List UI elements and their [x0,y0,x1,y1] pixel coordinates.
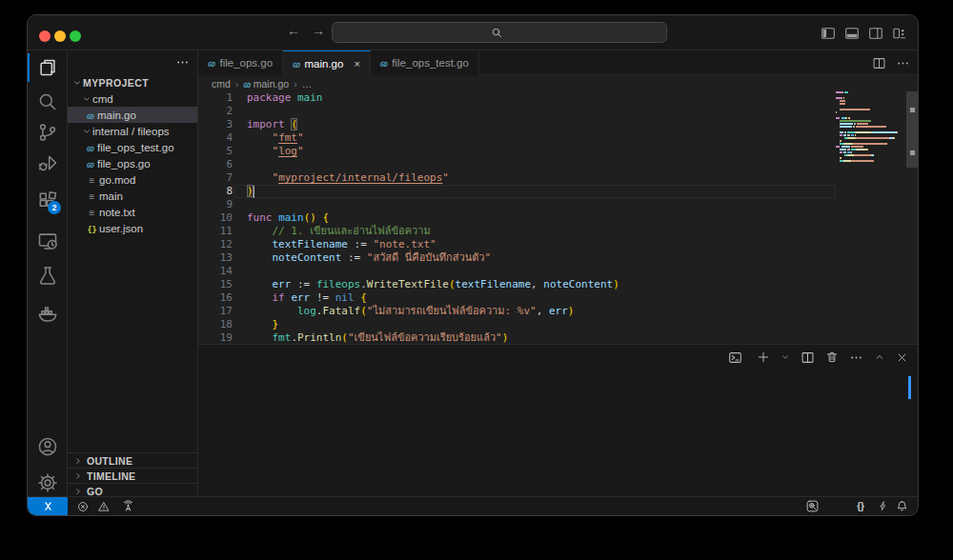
chevron-right-icon [73,487,83,496]
code-editor[interactable]: 12345678910111213141516171819 package ma… [198,91,919,344]
activity-run-debug-icon[interactable] [28,148,68,178]
toggle-secondary-sidebar-icon[interactable] [867,25,884,42]
sidebar-section-timeline[interactable]: TIMELINE [68,468,197,483]
file-tree: MYPROJECTcmdGOmain.gointernal / fileopsG… [68,74,197,236]
zoom-status-icon[interactable] [806,500,819,512]
problems-status[interactable] [77,501,112,512]
customize-layout-icon[interactable] [891,25,908,42]
tree-item-file-ops.go[interactable]: GOfile_ops.go [68,155,197,171]
breadcrumb[interactable]: cmd›GOmain.go›… [198,75,919,91]
activity-source-control-icon[interactable] [28,117,68,148]
broadcast-tower-icon [122,500,134,512]
minimap-line [836,126,902,128]
minimap-line [836,143,902,145]
code-line: func main() { [247,211,824,225]
minimap-line [836,111,902,113]
minimap-line [836,123,902,125]
split-terminal-icon[interactable] [801,350,815,365]
line-number: 7 [198,171,233,185]
editor-gutter[interactable]: 12345678910111213141516171819 [198,91,233,345]
code-line [247,265,824,278]
tree-folder-cmd[interactable]: cmd [68,90,197,107]
explorer-more-actions-icon[interactable] [175,55,190,70]
tree-item-main[interactable]: ≡main [68,188,197,204]
minimize-window-button[interactable] [54,30,66,42]
close-tab-icon[interactable]: × [354,58,359,70]
activity-docker-icon[interactable] [28,298,68,329]
line-number: 9 [198,198,233,211]
minimap-line [836,146,902,148]
activity-testing-icon[interactable] [28,260,68,290]
tree-item-label: main.go [97,110,136,121]
close-panel-icon[interactable] [896,351,908,364]
code-line [247,198,824,211]
sidebar-section-outline[interactable]: OUTLINE [68,452,197,468]
language-mode-status[interactable]: {} [857,501,867,511]
titlebar: ← → [28,15,918,50]
code-line: ) [247,185,824,198]
error-icon [77,501,89,512]
tree-item-main.go[interactable]: GOmain.go [68,107,197,123]
terminal-dropdown-icon[interactable] [781,352,790,362]
toggle-panel-icon[interactable] [843,25,861,42]
back-button[interactable]: ← [287,23,300,38]
tab-main-go[interactable]: GOmain.go× [283,50,371,75]
tree-item-note.txt[interactable]: ≡note.txt [68,204,197,220]
activity-extensions-icon[interactable]: 2 [28,186,68,216]
activity-accounts-icon[interactable] [28,431,68,462]
activity-explorer-icon[interactable] [28,52,68,83]
minimap-line [836,157,902,159]
line-number: 5 [198,145,233,158]
maximize-window-button[interactable] [70,30,81,42]
lightning-icon [878,501,888,511]
line-number: 3 [198,118,233,131]
go-version-status[interactable] [875,501,888,511]
minimap-line [836,117,902,119]
toggle-primary-sidebar-icon[interactable] [820,25,837,42]
new-terminal-icon[interactable] [757,350,770,364]
tree-item-label: internal / fileops [92,126,170,137]
line-number: 17 [198,305,233,318]
split-editor-icon[interactable] [872,56,886,70]
code-line: err := fileops.WriteTextFile(textFilenam… [247,278,824,291]
maximize-panel-icon[interactable] [874,351,885,363]
tree-item-label: main [99,190,123,202]
tab-file_ops-go[interactable]: GOfile_ops.go [198,50,283,75]
breadcrumb-item[interactable]: GOmain.go [243,78,289,90]
terminal-shell-button[interactable] [728,350,746,365]
editor-scrollbar[interactable] [906,91,919,344]
tree-folder-internal-fileops[interactable]: internal / fileops [68,123,197,139]
kill-terminal-icon[interactable] [825,350,839,364]
editor-more-actions-icon[interactable] [896,56,910,70]
line-number: 16 [198,291,233,305]
tree-folder-myproject[interactable]: MYPROJECT [68,74,197,90]
remote-indicator[interactable] [28,497,68,515]
activity-bar: 2 [28,50,68,498]
activity-remote-explorer-icon[interactable] [28,226,68,256]
minimap-line [836,91,902,93]
tree-item-user.json[interactable]: {}user.json [68,220,197,236]
breadcrumb-item[interactable]: cmd [212,78,231,90]
braces-icon: {} [857,501,864,511]
breadcrumb-item[interactable]: … [302,78,313,90]
code-line: // 1. เขียนและอ่านไฟล์ข้อความ [247,225,824,238]
activity-search-icon[interactable] [28,87,68,117]
command-center-search[interactable] [332,22,667,43]
terminal-output[interactable] [203,372,904,494]
minimap-line [836,103,902,105]
tree-item-label: cmd [92,93,113,105]
activity-settings-icon[interactable] [28,468,68,498]
code-line: package main [247,91,824,105]
tree-item-file-ops-test.go[interactable]: GOfile_ops_test.go [68,139,197,155]
code-line [247,158,824,171]
breadcrumb-separator: › [235,78,239,90]
notifications-bell-icon[interactable] [896,500,908,512]
close-window-button[interactable] [39,30,51,42]
tab-file_ops_test-go[interactable]: GOfile_ops_test.go [371,50,479,75]
tree-item-go.mod[interactable]: ≡go.mod [68,171,197,188]
forward-button[interactable]: → [312,23,325,38]
panel-more-actions-icon[interactable] [849,350,863,365]
minimap[interactable] [836,91,902,163]
ports-status[interactable] [122,500,137,512]
code-line: "myproject/internal/fileops" [247,171,824,185]
